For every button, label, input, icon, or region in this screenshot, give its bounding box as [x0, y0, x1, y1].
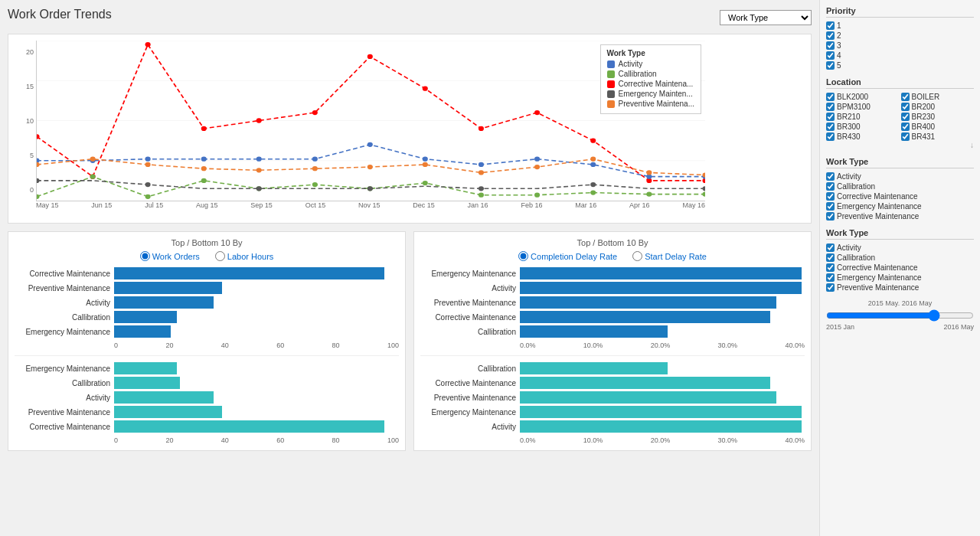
work-type-select[interactable]: Work Type Priority Location — [720, 10, 812, 25]
wt2-callibration[interactable]: Callibration — [826, 253, 974, 262]
svg-point-35 — [312, 182, 318, 187]
svg-point-27 — [590, 162, 596, 167]
bar-row-callibration-teal: Callibration — [15, 377, 399, 389]
svg-point-41 — [646, 192, 652, 197]
right-bar-callibration: Callibration — [420, 325, 805, 338]
svg-point-26 — [534, 157, 540, 162]
wt1-callibration[interactable]: Callibration — [826, 182, 974, 191]
svg-point-14 — [590, 138, 596, 142]
svg-point-25 — [479, 162, 484, 167]
priority-item-4[interactable]: 4 — [826, 51, 974, 60]
priority-item-1[interactable]: 1 — [826, 21, 974, 30]
right-bar-emergency: Emergency Maintenance — [420, 267, 805, 279]
radio-start-delay[interactable]: Start Delay Rate — [632, 251, 707, 261]
left-chart-title: Top / Bottom 10 By — [15, 238, 399, 247]
wt1-activity[interactable]: Activity — [826, 172, 974, 181]
svg-point-48 — [590, 182, 596, 187]
work-type-1-list: Activity Callibration Corrective Mainten… — [826, 172, 974, 221]
radio-work-orders[interactable]: Work Orders — [140, 251, 200, 261]
legend-activity: Activity — [607, 60, 695, 68]
y-axis: 20 15 10 5 0 — [15, 48, 34, 194]
radio-completion-delay[interactable]: Completion Delay Rate — [518, 251, 617, 261]
wt2-corrective[interactable]: Corrective Maintenance — [826, 263, 974, 272]
chart-legend: Work Type Activity Callibration Correcti… — [600, 44, 702, 114]
legend-title: Work Type — [607, 49, 695, 57]
loc-br230[interactable]: BR230 — [901, 113, 975, 121]
legend-label-corrective: Corrective Maintena... — [619, 80, 694, 88]
right-teal-callibration: Callibration — [420, 362, 805, 374]
right-bar-preventive: Preventive Maintenance — [420, 296, 805, 309]
page-title: Work Order Trends — [8, 8, 112, 21]
left-x-ticks: 0 20 40 60 80 100 — [114, 340, 399, 349]
loc-br431[interactable]: BR431 — [901, 132, 975, 141]
bar-row-callibration: Callibration — [15, 311, 399, 323]
svg-point-9 — [312, 110, 318, 115]
loc-br200[interactable]: BR200 — [901, 103, 975, 111]
legend-dot-corrective — [607, 80, 615, 88]
svg-point-52 — [145, 162, 151, 167]
svg-point-53 — [201, 166, 207, 171]
priority-item-5[interactable]: 5 — [826, 61, 974, 70]
bar-row-activity-teal: Activity — [15, 391, 399, 404]
y-label-0: 0 — [15, 186, 34, 194]
radio-labor-hours[interactable]: Labor Hours — [215, 251, 274, 261]
svg-point-55 — [312, 166, 318, 171]
loc-br210[interactable]: BR210 — [826, 113, 900, 121]
loc-bpm3100[interactable]: BPM3100 — [826, 103, 900, 111]
svg-point-12 — [479, 126, 484, 131]
main-content: Work Order Trends Work Type Priority Loc… — [0, 0, 819, 536]
svg-point-51 — [90, 157, 96, 162]
legend-label-activity: Activity — [619, 60, 643, 68]
right-teal-preventive: Preventive Maintenance — [420, 391, 805, 404]
location-title: Location — [826, 77, 974, 89]
legend-corrective: Corrective Maintena... — [607, 80, 695, 88]
svg-point-44 — [145, 182, 151, 187]
wt1-emergency[interactable]: Emergency Maintenance — [826, 202, 974, 211]
chart-plot-area: Work Type Activity Callibration Correcti… — [36, 41, 705, 201]
legend-preventive: Preventive Maintena... — [607, 100, 695, 108]
wt1-preventive[interactable]: Preventive Maintenance — [826, 212, 974, 221]
work-type-2-section: Work Type Activity Callibration Correcti… — [826, 228, 974, 292]
svg-point-47 — [479, 186, 484, 191]
svg-point-10 — [368, 54, 373, 59]
work-type-1-section: Work Type Activity Callibration Correcti… — [826, 157, 974, 221]
loc-boiler[interactable]: BOILER — [901, 93, 975, 101]
legend-dot-preventive — [607, 100, 615, 108]
slider-range-labels: 2015 Jan 2016 May — [826, 323, 974, 331]
loc-blk2000[interactable]: BLK2000 — [826, 93, 900, 101]
svg-point-45 — [256, 186, 262, 191]
wt1-corrective[interactable]: Corrective Maintenance — [826, 192, 974, 201]
slider-right-label: 2016 May — [943, 323, 974, 331]
location-scroll: ↓ — [826, 141, 974, 149]
svg-point-56 — [368, 165, 373, 169]
priority-item-3[interactable]: 3 — [826, 41, 974, 50]
wt2-preventive[interactable]: Preventive Maintenance — [826, 283, 974, 292]
wt2-emergency[interactable]: Emergency Maintenance — [826, 273, 974, 282]
right-radio-row: Completion Delay Rate Start Delay Rate — [420, 251, 805, 261]
bar-row-emergency-maint: Emergency Maintenance — [15, 325, 399, 338]
priority-item-2[interactable]: 2 — [826, 31, 974, 40]
y-label-10: 10 — [15, 117, 34, 125]
work-type-1-title: Work Type — [826, 157, 974, 168]
loc-br400[interactable]: BR400 — [901, 123, 975, 131]
svg-point-6 — [145, 42, 151, 47]
legend-label-emergency: Emergency Mainten... — [619, 90, 693, 98]
svg-point-24 — [423, 157, 428, 162]
right-teal-emergency: Emergency Maintenance — [420, 406, 805, 418]
svg-point-39 — [534, 193, 540, 198]
svg-point-22 — [312, 157, 318, 162]
bar-row-corrective-maint: Corrective Maintenance — [15, 267, 399, 279]
svg-point-13 — [534, 110, 540, 115]
left-bar-chart: Top / Bottom 10 By Work Orders Labor Hou… — [8, 231, 406, 451]
right-blue-bars-section: Emergency Maintenance Activity Preventiv… — [420, 267, 805, 338]
location-section: Location BLK2000 BOILER BPM3100 BR200 BR… — [826, 77, 974, 149]
slider-current-label: 2015 May. 2016 May — [826, 299, 974, 307]
date-slider[interactable] — [826, 309, 974, 322]
right-panel: Priority 1 2 3 4 5 Location BLK2000 BOIL… — [819, 0, 980, 536]
right-teal-activity: Activity — [420, 420, 805, 433]
loc-br430[interactable]: BR430 — [826, 132, 900, 141]
wt2-activity[interactable]: Activity — [826, 243, 974, 252]
work-type-dropdown[interactable]: Work Type Priority Location — [720, 10, 812, 25]
svg-point-8 — [256, 118, 262, 123]
loc-br300[interactable]: BR300 — [826, 123, 900, 131]
